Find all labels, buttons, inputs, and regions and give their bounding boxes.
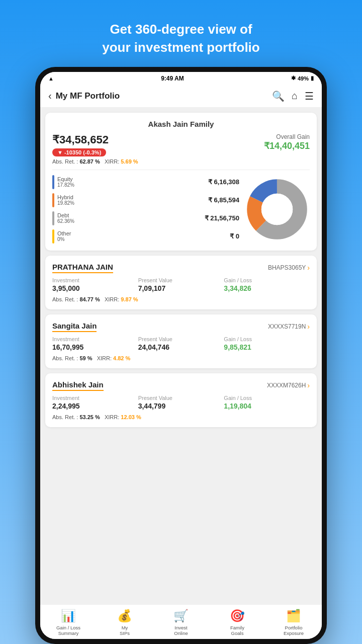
gain-loss-col: Gain / Loss 9,85,821: [224, 336, 310, 351]
portfolio-left: ₹34,58,652 ▼ -10350 (-0.3%) Abs. Ret. : …: [52, 133, 138, 165]
portfolio-summary: ₹34,58,652 ▼ -10350 (-0.3%) Abs. Ret. : …: [52, 133, 310, 170]
member-values-prathana: Investment 3,95,000 Present Value 7,09,1…: [52, 277, 310, 292]
member-card-prathana: PRATHANA JAIN BHAPS3065Y › Investment 3,…: [45, 256, 317, 309]
legend: Equity 17.82% ₹ 6,16,308 Hybrid 19.82%: [52, 175, 239, 244]
member-card-abhishek: Abhishek Jain XXXXM7626H › Investment 2,…: [45, 373, 317, 427]
chevron-icon: ›: [307, 323, 310, 331]
member-name-prathana: PRATHANA JAIN: [52, 263, 113, 273]
nav-sips[interactable]: 💰 MySIPs: [97, 609, 153, 636]
portfolio-right: Overall Gain ₹14,40,451: [264, 133, 310, 151]
investment-col: Investment 2,24,995: [52, 395, 138, 410]
equity-dot: [52, 175, 54, 189]
member-abs-abhishek: Abs. Ret. : 53.25 % XIRR: 12.03 %: [52, 414, 310, 420]
goals-icon: 🎯: [230, 609, 245, 623]
present-value: 24,04,746: [138, 343, 224, 351]
invest-icon: 🛒: [173, 609, 189, 623]
exposure-icon: 🗂️: [286, 609, 301, 623]
abs-xirr-summary: Abs. Ret. : 62.87 % XIRR: 5.69 %: [52, 158, 138, 165]
investment-col: Investment 16,70,995: [52, 336, 138, 351]
other-dot: [52, 229, 54, 244]
member-abs-prathana: Abs. Ret. : 84.77 % XIRR: 9.87 %: [52, 296, 310, 302]
chevron-icon: ›: [307, 264, 310, 272]
battery-label: 49%: [298, 75, 309, 82]
member-id-sangita[interactable]: XXXXS7719N ›: [268, 323, 310, 331]
equity-info: Equity 17.82%: [57, 176, 74, 188]
investment-value: 2,24,995: [52, 402, 138, 410]
investment-col: Investment 3,95,000: [52, 277, 138, 292]
present-value-col: Present Value 3,44,799: [138, 395, 224, 410]
chevron-icon: ›: [307, 381, 310, 389]
home-icon[interactable]: ⌂: [292, 90, 298, 102]
present-value-col: Present Value 24,04,746: [138, 336, 224, 351]
page-title: My MF Portfolio: [56, 91, 120, 101]
member-name-sangita: Sangita Jain: [52, 321, 97, 332]
member-header-abhishek: Abhishek Jain XXXXM7626H ›: [52, 380, 310, 391]
nav-gain-loss-label: Gain / LossSummary: [56, 625, 80, 636]
hybrid-info: Hybrid 19.82%: [57, 194, 74, 206]
member-header-sangita: Sangita Jain XXXXS7719N ›: [52, 321, 310, 332]
xirr-value: 5.69 %: [121, 158, 138, 165]
present-value: 7,09,107: [138, 284, 224, 292]
gain-loss-icon: 📊: [61, 609, 76, 623]
status-right: ✱ 49% ▮: [291, 75, 314, 82]
total-value: ₹34,58,652: [52, 133, 138, 146]
nav-invest-online[interactable]: 🛒 InvestOnline: [153, 609, 209, 636]
other-info: Other 0%: [57, 230, 71, 242]
promo-text: Get 360-degree view of your investment p…: [92, 0, 269, 67]
nav-exposure-label: PortfolioExposure: [284, 625, 304, 636]
investment-value: 16,70,995: [52, 343, 138, 351]
debt-dot: [52, 211, 54, 225]
change-badge: ▼ -10350 (-0.3%): [52, 148, 106, 156]
family-name: Akash Jain Family: [52, 120, 310, 128]
search-icon[interactable]: 🔍: [272, 90, 285, 102]
gain-loss-col: Gain / Loss 3,34,826: [224, 277, 310, 292]
nav-family-goals[interactable]: 🎯 FamilyGoals: [209, 609, 265, 636]
back-button[interactable]: ‹: [48, 90, 52, 102]
member-values-sangita: Investment 16,70,995 Present Value 24,04…: [52, 336, 310, 351]
bluetooth-icon: ✱: [291, 75, 296, 82]
member-id-prathana[interactable]: BHAPS3065Y ›: [268, 264, 310, 272]
nav-gain-loss[interactable]: 📊 Gain / LossSummary: [40, 609, 97, 636]
member-id-abhishek[interactable]: XXXXM7626H ›: [267, 381, 310, 389]
legend-other: Other 0% ₹ 0: [52, 229, 239, 244]
donut-chart: [244, 177, 310, 242]
overall-gain-label: Overall Gain: [264, 133, 310, 140]
sips-icon: 💰: [117, 609, 132, 623]
debt-info: Debt 62.36%: [57, 212, 74, 224]
gain-loss-value: 9,85,821: [224, 343, 310, 351]
status-left: ▲: [48, 75, 54, 82]
status-bar: ▲ 9:49 AM ✱ 49% ▮: [40, 72, 322, 85]
equity-amount: ₹ 6,16,308: [208, 178, 239, 186]
investment-value: 3,95,000: [52, 284, 138, 292]
gain-loss-col: Gain / Loss 1,19,804: [224, 395, 310, 410]
bottom-nav: 📊 Gain / LossSummary 💰 MySIPs 🛒 InvestOn…: [40, 604, 322, 639]
nav-portfolio-exposure[interactable]: 🗂️ PortfolioExposure: [265, 609, 322, 636]
menu-icon[interactable]: ☰: [305, 90, 314, 102]
nav-sips-label: MySIPs: [120, 625, 130, 636]
present-value: 3,44,799: [138, 402, 224, 410]
member-values-abhishek: Investment 2,24,995 Present Value 3,44,7…: [52, 395, 310, 410]
wifi-icon: ▲: [48, 75, 54, 82]
present-value-col: Present Value 7,09,107: [138, 277, 224, 292]
header-left: ‹ My MF Portfolio: [48, 90, 120, 102]
time: 9:49 AM: [161, 75, 184, 82]
legend-hybrid: Hybrid 19.82% ₹ 6,85,594: [52, 193, 239, 207]
svg-point-3: [261, 194, 293, 225]
chart-section: Equity 17.82% ₹ 6,16,308 Hybrid 19.82%: [52, 175, 310, 244]
member-card-sangita: Sangita Jain XXXXS7719N › Investment 16,…: [45, 314, 317, 368]
app-header: ‹ My MF Portfolio 🔍 ⌂ ☰: [40, 85, 322, 108]
nav-invest-label: InvestOnline: [174, 625, 188, 636]
member-header-prathana: PRATHANA JAIN BHAPS3065Y ›: [52, 263, 310, 273]
phone-wrapper: ▲ 9:49 AM ✱ 49% ▮ ‹ My MF Portfolio 🔍 ⌂ …: [35, 67, 327, 644]
overall-gain-value: ₹14,40,451: [264, 140, 310, 151]
gain-loss-value: 1,19,804: [224, 402, 310, 410]
legend-equity: Equity 17.82% ₹ 6,16,308: [52, 175, 239, 189]
gain-loss-value: 3,34,826: [224, 284, 310, 292]
nav-goals-label: FamilyGoals: [230, 625, 244, 636]
header-icons: 🔍 ⌂ ☰: [272, 90, 314, 102]
other-amount: ₹ 0: [230, 232, 239, 240]
debt-amount: ₹ 21,56,750: [205, 214, 239, 222]
portfolio-card: Akash Jain Family ₹34,58,652 ▼ -10350 (-…: [45, 113, 317, 251]
member-abs-sangita: Abs. Ret. : 59 % XIRR: 4.82 %: [52, 355, 310, 361]
hybrid-dot: [52, 193, 54, 207]
